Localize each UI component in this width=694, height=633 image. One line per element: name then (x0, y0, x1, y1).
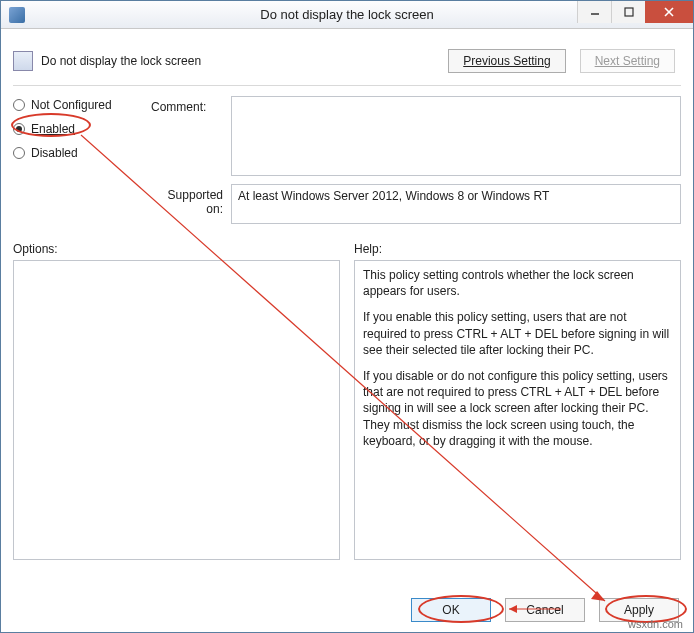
radio-icon (13, 99, 25, 111)
previous-setting-label: Previous Setting (463, 54, 550, 68)
maximize-icon (624, 7, 634, 17)
radio-not-configured[interactable]: Not Configured (13, 98, 151, 112)
radio-label: Enabled (31, 122, 75, 136)
cancel-button[interactable]: Cancel (505, 598, 585, 622)
policy-name: Do not display the lock screen (41, 54, 201, 68)
help-label: Help: (354, 242, 681, 256)
close-icon (663, 6, 675, 18)
radio-disabled[interactable]: Disabled (13, 146, 151, 160)
options-panel (13, 260, 340, 560)
radio-icon (13, 147, 25, 159)
next-setting-button[interactable]: Next Setting (580, 49, 675, 73)
comment-label: Comment: (151, 96, 231, 176)
help-text: If you disable or do not configure this … (363, 368, 672, 449)
supported-on-label: Supported on: (151, 184, 231, 224)
titlebar: Do not display the lock screen (1, 1, 693, 29)
policy-editor-window: Do not display the lock screen Do not di… (0, 0, 694, 633)
radio-icon (13, 123, 25, 135)
radio-enabled[interactable]: Enabled (13, 122, 151, 136)
radio-label: Disabled (31, 146, 78, 160)
close-button[interactable] (645, 1, 693, 23)
window-controls (577, 1, 693, 23)
window-icon (9, 7, 25, 23)
help-text: If you enable this policy setting, users… (363, 309, 672, 358)
source-watermark: wsxdn.com (628, 618, 683, 630)
maximize-button[interactable] (611, 1, 645, 23)
divider (13, 85, 681, 86)
policy-icon (13, 51, 33, 71)
previous-setting-button[interactable]: Previous Setting (448, 49, 565, 73)
supported-on-field (231, 184, 681, 224)
radio-label: Not Configured (31, 98, 112, 112)
next-setting-label: Next Setting (595, 54, 660, 68)
svg-rect-1 (625, 8, 633, 16)
minimize-button[interactable] (577, 1, 611, 23)
ok-button[interactable]: OK (411, 598, 491, 622)
help-panel: This policy setting controls whether the… (354, 260, 681, 560)
state-radio-group: Not Configured Enabled Disabled (13, 96, 151, 224)
comment-field[interactable] (231, 96, 681, 176)
options-label: Options: (13, 242, 340, 256)
help-text: This policy setting controls whether the… (363, 267, 672, 299)
minimize-icon (590, 7, 600, 17)
